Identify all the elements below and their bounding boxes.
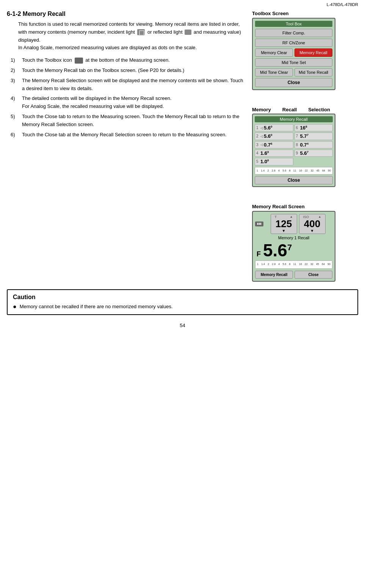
page-number: 54 [0,323,365,328]
memory-recall-btn[interactable]: Memory Recall [295,48,332,57]
mr-cell-2[interactable]: 2 ◁ 5.60 [255,133,293,140]
mr-cell-8[interactable]: 8 0.74 [295,141,333,148]
mrs2-top-bar: ▮▮▮ T ▲ 125 ▼ [255,214,332,234]
memory-recall-screen2-label: Memory Recall Screen [252,204,305,209]
mr-scale-ticks: 1 1.4 2 2.8 4 5.6 8 11 16 22 32 45 64 90 [255,167,332,174]
page-header: L-478D/L-478DR [0,0,365,8]
toolbox-screen: Tool Box Filter Comp. RF Ch/Zone Memory … [252,18,335,90]
mr-scale: 1 1.4 2 2.8 4 5.6 8 11 16 22 32 45 64 90 [255,167,333,175]
mrs2-t-iso-controls: T ▲ 125 ▼ ISO ▲ 400 [263,214,332,234]
memory-clear-btn[interactable]: Memory Clear [255,48,293,57]
header-title: L-478D/L-478DR [327,2,358,7]
mr-title-bar: Memory Recall [255,116,333,122]
f-display-row: F 5.67 [255,242,332,259]
memory-recall-selection-label: Memory Recall Selection [252,107,358,112]
iso-value: 400 [303,219,321,229]
mr-cell-1[interactable]: 1 ◁ 5.60 [255,124,293,131]
battery-icon: ▮▮▮ [255,221,263,226]
mrs2-btn-row: Memory Recall Close [255,271,332,279]
mr-cell-3[interactable]: 3 ◁ 0.76 [255,141,293,148]
step-3: 3) The Memory Recall Selection screen wi… [11,77,244,93]
t-value: 125 [275,219,293,229]
f-value: 5.67 [263,242,292,259]
mr-label1: Memory [252,107,271,112]
mr-label3: Selection [308,107,330,112]
mid-tone-recall-btn[interactable]: Mid Tone Recall [295,68,332,76]
memory-recall-screen: Memory Recall 1 ◁ 5.60 6 168 2 [252,114,335,187]
mid-tone-set-btn[interactable]: Mid Tone Set [255,58,332,67]
step-4: 4) The detailed contents will be display… [11,95,244,111]
toolbox-close-btn[interactable]: Close [255,78,332,87]
intro-text: This function is used to recall memorize… [18,20,244,52]
toolbox-title-bar: Tool Box [255,21,332,27]
toolbox-icon [75,58,83,64]
step-2: 2) Touch the Memory Recall tab on the To… [11,67,244,75]
caution-text-1: Memory cannot be recalled if there are n… [20,303,173,311]
t-control-box[interactable]: T ▲ 125 ▼ [271,214,297,234]
mr-cell-6[interactable]: 6 168 [295,124,333,131]
caution-box: Caution ● Memory cannot be recalled if t… [7,289,358,315]
mr-cell-7[interactable]: 7 5.77 [295,133,333,140]
memory-recall-screen2-wrap: Memory Recall Screen ▮▮▮ T ▲ [252,204,358,282]
mrs2-scale: 1 1.4 2 2.8 4 5.6 8 11 16 22 32 45 64 90 [255,260,332,269]
mr-cell-4[interactable]: 4 1.60 [255,150,293,157]
mid-tone-clear-btn[interactable]: Mid Tone Clear [255,68,293,76]
memory-recall-label-text: Memory 1 Recall [255,236,332,240]
mrs2-scale-ticks: 1 1.4 2 2.8 4 5.6 8 11 16 22 32 45 64 90 [255,261,332,268]
mr-label2: Recall [282,107,297,112]
section-title: 6-1-2 Memory Recall [7,11,244,17]
caution-bullet: ● [13,303,17,311]
filter-comp-btn[interactable]: Filter Comp. [255,29,332,37]
mr-cell-5[interactable]: 5 1.00 [255,158,293,165]
mrs2-memory-recall-btn[interactable]: Memory Recall [255,271,293,279]
step-5: 5) Touch the Close tab to return to the … [11,113,244,129]
toolbox-screen-label: Toolbox Screen [252,11,289,16]
caution-item-1: ● Memory cannot be recalled if there are… [13,303,352,311]
mr-close-btn[interactable]: Close [255,176,333,184]
iso-control-box[interactable]: ISO ▲ 400 ▼ [299,214,326,234]
f-label: F [257,250,261,258]
f-sub: 7 [287,242,292,252]
step-1: 1) Touch the Toolbox icon at the bottom … [11,56,244,64]
step-6: 6) Touch the Close tab at the Memory Rec… [11,131,244,139]
memory-recall-screen2: ▮▮▮ T ▲ 125 ▼ [252,211,335,282]
reflected-light-icon [185,30,191,35]
toolbox-screen-wrap: Toolbox Screen Tool Box Filter Comp. RF … [252,11,358,90]
incident-light-icon [137,29,145,35]
mr-cell-9[interactable]: 9 5.67 [295,150,333,157]
rf-ch-zone-btn[interactable]: RF Ch/Zone [255,39,332,47]
memory-recall-selection-wrap: Memory Recall Selection Memory Recall 1 … [252,107,358,187]
mrs2-close-btn[interactable]: Close [295,271,332,279]
mr-cell-empty [295,158,333,165]
caution-title: Caution [13,294,352,301]
steps: 1) Touch the Toolbox icon at the bottom … [11,56,244,139]
mr-grid: 1 ◁ 5.60 6 168 2 ◁ 5.60 7 [255,124,333,165]
